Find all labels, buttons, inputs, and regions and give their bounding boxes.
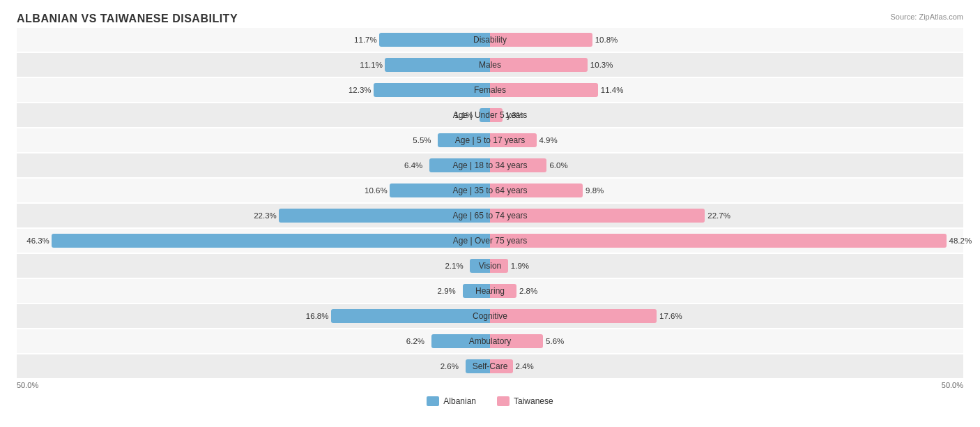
left-section: 10.6% xyxy=(17,179,490,202)
val-right: 22.7% xyxy=(707,211,730,220)
bar-row: 2.1% 1.9% Vision xyxy=(17,254,963,278)
val-right: 11.4% xyxy=(601,86,624,94)
val-left: 1.1% xyxy=(454,111,490,119)
right-section: 10.3% xyxy=(490,53,963,77)
bar-row: 10.6% 9.8% Age | 35 to 64 years xyxy=(17,179,963,202)
val-left: 2.6% xyxy=(441,362,490,370)
bar-row: 2.6% 2.4% Self-Care xyxy=(17,354,963,378)
bar-row: 16.8% 17.6% Cognitive xyxy=(17,304,963,328)
left-section: 2.1% xyxy=(17,254,490,278)
val-left: 16.8% xyxy=(306,312,490,320)
right-section: 1.3% xyxy=(490,103,963,127)
val-left: 12.3% xyxy=(349,86,490,94)
taiwanese-swatch xyxy=(497,396,510,406)
bar-right xyxy=(490,133,537,147)
val-right: 9.8% xyxy=(585,186,604,195)
bar-row: 1.1% 1.3% Age | Under 5 years xyxy=(17,103,963,127)
val-left: 6.4% xyxy=(404,161,490,170)
bar-row: 46.3% 48.2% Age | Over 75 years xyxy=(17,229,963,253)
bar-right xyxy=(490,183,583,197)
bar-row: 22.3% 22.7% Age | 65 to 74 years xyxy=(17,204,963,227)
bar-right xyxy=(490,158,546,172)
val-right: 2.4% xyxy=(516,362,534,370)
right-section: 22.7% xyxy=(490,204,963,227)
bar-row-inner: 2.9% 2.8% Hearing xyxy=(17,279,963,303)
val-right: 48.2% xyxy=(949,237,972,245)
bar-right xyxy=(490,234,947,248)
bar-right xyxy=(490,309,657,323)
right-section: 2.4% xyxy=(490,354,963,378)
right-section: 6.0% xyxy=(490,153,963,177)
taiwanese-label: Taiwanese xyxy=(514,396,553,406)
bar-row-inner: 6.2% 5.6% Ambulatory xyxy=(17,329,963,353)
val-right: 2.8% xyxy=(519,287,537,295)
left-section: 5.5% xyxy=(17,128,490,152)
val-left: 46.3% xyxy=(26,237,490,245)
albanian-swatch xyxy=(427,396,439,406)
left-section: 11.1% xyxy=(17,53,490,77)
right-section: 11.4% xyxy=(490,78,963,102)
axis-left-label: 50.0% xyxy=(17,381,38,389)
bar-row-inner: 10.6% 9.8% Age | 35 to 64 years xyxy=(17,179,963,202)
bar-right xyxy=(490,58,588,72)
bar-row-inner: 2.6% 2.4% Self-Care xyxy=(17,354,963,378)
bar-row: 2.9% 2.8% Hearing xyxy=(17,279,963,303)
bar-row-inner: 1.1% 1.3% Age | Under 5 years xyxy=(17,103,963,127)
source-text: Source: ZipAtlas.com xyxy=(890,13,963,21)
val-right: 10.3% xyxy=(590,61,613,69)
bar-row: 11.1% 10.3% Males xyxy=(17,53,963,77)
axis-labels: 50.0% 50.0% xyxy=(17,381,963,389)
right-section: 48.2% xyxy=(490,229,963,253)
val-right: 1.3% xyxy=(505,111,523,119)
bar-row: 5.5% 4.9% Age | 5 to 17 years xyxy=(17,128,963,152)
right-section: 4.9% xyxy=(490,128,963,152)
bar-right xyxy=(490,108,503,122)
val-right: 1.9% xyxy=(511,262,529,270)
bar-row-inner: 22.3% 22.7% Age | 65 to 74 years xyxy=(17,204,963,227)
left-section: 12.3% xyxy=(17,78,490,102)
axis-right-label: 50.0% xyxy=(942,381,963,389)
legend-taiwanese: Taiwanese xyxy=(497,396,553,406)
left-section: 2.9% xyxy=(17,279,490,303)
bar-right xyxy=(490,83,598,97)
right-section: 10.8% xyxy=(490,28,963,52)
legend: Albanian Taiwanese xyxy=(17,396,963,406)
right-section: 1.9% xyxy=(490,254,963,278)
bar-row: 11.7% 10.8% Disability xyxy=(17,28,963,52)
val-left: 2.1% xyxy=(445,262,490,270)
val-left: 10.6% xyxy=(365,186,490,195)
bar-row-inner: 11.7% 10.8% Disability xyxy=(17,28,963,52)
val-left: 2.9% xyxy=(438,287,490,295)
left-section: 11.7% xyxy=(17,28,490,52)
bar-row-inner: 5.5% 4.9% Age | 5 to 17 years xyxy=(17,128,963,152)
val-right: 4.9% xyxy=(539,136,558,144)
legend-albanian: Albanian xyxy=(427,396,476,406)
right-section: 5.6% xyxy=(490,329,963,353)
bar-right xyxy=(490,209,705,223)
val-right: 5.6% xyxy=(546,337,564,345)
left-section: 6.2% xyxy=(17,329,490,353)
bar-right xyxy=(490,284,516,298)
val-right: 6.0% xyxy=(549,161,567,170)
bar-row-inner: 11.1% 10.3% Males xyxy=(17,53,963,77)
right-section: 9.8% xyxy=(490,179,963,202)
bar-row-inner: 12.3% 11.4% Females xyxy=(17,78,963,102)
bar-row: 6.4% 6.0% Age | 18 to 34 years xyxy=(17,153,963,177)
right-section: 2.8% xyxy=(490,279,963,303)
left-section: 2.6% xyxy=(17,354,490,378)
left-section: 46.3% xyxy=(17,229,490,253)
chart-container: ALBANIAN VS TAIWANESE DISABILITY Source:… xyxy=(0,0,980,427)
albanian-label: Albanian xyxy=(443,396,476,406)
val-right: 17.6% xyxy=(659,312,682,320)
left-section: 1.1% xyxy=(17,103,490,127)
bar-row-inner: 2.1% 1.9% Vision xyxy=(17,254,963,278)
chart-title: ALBANIAN VS TAIWANESE DISABILITY xyxy=(17,13,238,25)
chart-inner: 11.7% 10.8% Disability 11.1% xyxy=(17,28,963,378)
bar-right xyxy=(490,359,513,373)
bar-right xyxy=(490,259,508,273)
bar-right xyxy=(490,334,543,348)
bar-row-inner: 46.3% 48.2% Age | Over 75 years xyxy=(17,229,963,253)
val-right: 10.8% xyxy=(595,36,618,44)
left-section: 16.8% xyxy=(17,304,490,328)
val-left: 11.1% xyxy=(360,61,490,69)
